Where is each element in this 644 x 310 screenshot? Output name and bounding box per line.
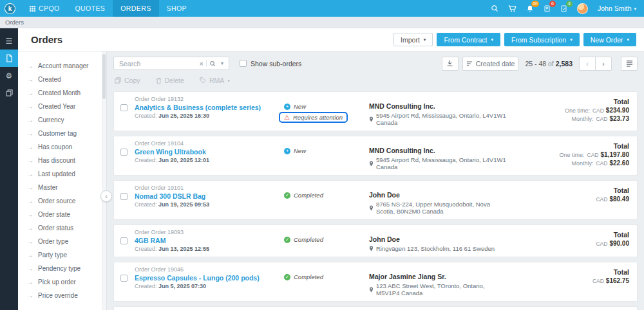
filter-item[interactable]: → Pendency type xyxy=(18,262,106,275)
created-line: Created: Jun 19, 2025 09:53 xyxy=(135,201,284,208)
attention-status-icon xyxy=(284,114,290,121)
total-lines: One time:CAD$234.90Monthly:CAD$23.73 xyxy=(515,107,629,122)
delete-button[interactable]: Delete xyxy=(156,77,184,84)
order-link[interactable]: Analytics & Business (complete series) xyxy=(135,104,284,111)
arrow-right-icon: → xyxy=(27,239,33,245)
show-sub-orders-label: Show sub-orders xyxy=(251,60,301,68)
pagination-of: of xyxy=(548,60,554,68)
arrow-right-icon: → xyxy=(27,279,33,286)
filter-item[interactable]: → Created Month xyxy=(18,86,106,100)
clear-search-icon[interactable]: × xyxy=(197,60,206,68)
collapse-panel-button[interactable]: ‹ xyxy=(100,190,112,202)
filter-item[interactable]: → Has discount xyxy=(18,154,106,167)
cart-icon[interactable] xyxy=(508,5,516,13)
filter-item[interactable]: → Last updated xyxy=(18,167,106,181)
export-download-button[interactable] xyxy=(442,57,459,71)
left-icon-rail: ☰ ⚙ xyxy=(0,28,18,310)
show-sub-orders-toggle[interactable]: Show sub-orders xyxy=(240,60,301,68)
layers-icon[interactable] xyxy=(0,84,18,102)
chevron-down-icon: ▾ xyxy=(227,78,230,83)
order-link[interactable]: Nomad 300 DSLR Bag xyxy=(135,192,284,200)
row-checkbox[interactable] xyxy=(120,193,128,200)
filter-item[interactable]: → Customer tag xyxy=(18,127,106,140)
total-line: CAD$80.49 xyxy=(515,196,629,203)
customer-address: 5945 Airport Rd, Mississauga, Ontario, L… xyxy=(376,112,509,126)
from-subscription-button[interactable]: From Subscription▾ xyxy=(504,33,580,46)
filter-item[interactable]: → Has coupon xyxy=(18,140,106,154)
row-checkbox[interactable] xyxy=(120,275,128,282)
prev-page-button[interactable]: ‹ xyxy=(579,57,596,71)
nav-cpqo[interactable]: CPQO xyxy=(22,0,68,17)
view-toggle-button[interactable] xyxy=(621,57,638,71)
filter-item[interactable]: → Account manager xyxy=(18,59,106,73)
filter-item[interactable]: → Price override xyxy=(18,289,106,302)
breadcrumb[interactable]: Orders xyxy=(5,19,24,26)
filter-item[interactable]: → Order type xyxy=(18,235,106,248)
filter-item[interactable]: → Master xyxy=(18,181,106,194)
order-link[interactable]: Green Wing Ultrabook xyxy=(135,148,284,156)
location-pin-icon xyxy=(369,287,374,293)
filter-scrollbar[interactable] xyxy=(102,51,106,310)
filter-item[interactable]: → Pick up order xyxy=(18,275,106,289)
notifications-bell-icon[interactable]: 60 xyxy=(526,5,534,13)
order-link[interactable]: 4GB RAM xyxy=(135,237,284,244)
total-lines: CAD$90.00 xyxy=(515,240,629,247)
from-contract-button[interactable]: From Contract▾ xyxy=(437,33,500,46)
search-input[interactable] xyxy=(119,60,197,68)
arrow-right-icon: → xyxy=(27,104,33,110)
created-date: Jun 13, 2025 12:55 xyxy=(158,246,209,252)
search-submit-icon[interactable] xyxy=(206,60,218,67)
sort-button[interactable]: Created date xyxy=(462,57,519,71)
search-icon[interactable] xyxy=(491,5,498,12)
order-link[interactable]: Espresso Capsules - Lungo (200 pods) xyxy=(135,274,284,282)
nav-shop[interactable]: SHOP xyxy=(159,0,194,17)
documents-icon[interactable]: 6 xyxy=(544,5,551,13)
row-checkbox[interactable] xyxy=(120,237,128,244)
total-line-label: One time: xyxy=(560,152,585,158)
next-page-button[interactable]: › xyxy=(595,57,612,71)
show-sub-orders-checkbox[interactable] xyxy=(240,60,247,67)
row-checkbox[interactable] xyxy=(120,104,128,111)
rma-button[interactable]: RMA ▾ xyxy=(200,77,230,84)
filter-item-label: Has discount xyxy=(38,157,75,164)
total-label: Total xyxy=(515,98,629,105)
filter-item[interactable]: → Order source xyxy=(18,194,106,208)
filter-item[interactable]: → Currency xyxy=(18,113,106,127)
created-date: Jun 25, 2025 16:30 xyxy=(158,113,209,119)
filter-item[interactable]: → Order state xyxy=(18,208,106,221)
copy-label: Copy xyxy=(124,77,140,84)
total-line: CAD$90.00 xyxy=(515,240,629,247)
menu-hamburger-icon[interactable]: ☰ xyxy=(0,32,18,50)
copy-button[interactable]: Copy xyxy=(115,77,140,84)
total-label: Total xyxy=(515,268,629,276)
total-cell: Total CAD$90.00 xyxy=(515,229,629,247)
row-checkbox[interactable] xyxy=(120,149,128,156)
customer-cell: John Doe 8765 NS-224, Upper Musquodoboit… xyxy=(369,185,515,215)
nav-orders[interactable]: ORDERS xyxy=(113,0,158,17)
arrow-right-icon: → xyxy=(27,225,33,232)
settings-gear-icon[interactable]: ⚙ xyxy=(0,67,18,84)
topbar-actions: 60 6 4 John Smith ▾ xyxy=(491,3,636,14)
import-button[interactable]: Import▾ xyxy=(393,33,433,46)
filter-item[interactable]: → Order status xyxy=(18,221,106,235)
orders-document-icon[interactable] xyxy=(0,50,18,67)
user-menu[interactable]: John Smith ▾ xyxy=(598,5,636,12)
customer-cell: MND Consulting Inc. 5945 Airport Rd, Mis… xyxy=(369,140,515,170)
nav-quotes[interactable]: QUOTES xyxy=(68,0,113,17)
total-lines: CAD$162.75 xyxy=(515,277,629,284)
status-completed: Completed xyxy=(284,273,369,280)
search-options-chevron-icon[interactable]: ▾ xyxy=(218,60,226,66)
app-logo[interactable]: k xyxy=(5,3,15,14)
chevron-down-icon: ▾ xyxy=(424,37,426,42)
new-order-button[interactable]: New Order▾ xyxy=(583,33,636,46)
approvals-icon[interactable]: 4 xyxy=(560,5,567,13)
filter-item[interactable]: → Party type xyxy=(18,248,106,262)
filter-scrollbar-thumb[interactable] xyxy=(102,54,106,99)
customer-cell: Major Jasmine Jiang Sr. 123 ABC Street W… xyxy=(369,266,515,296)
created-label: Created: xyxy=(135,113,157,119)
user-avatar[interactable] xyxy=(577,3,588,14)
from-contract-label: From Contract xyxy=(444,36,487,44)
filter-item[interactable]: → Created Year xyxy=(18,100,106,113)
total-line: One time:CAD$1,197.80 xyxy=(515,151,629,158)
filter-item[interactable]: → Created xyxy=(18,73,106,86)
